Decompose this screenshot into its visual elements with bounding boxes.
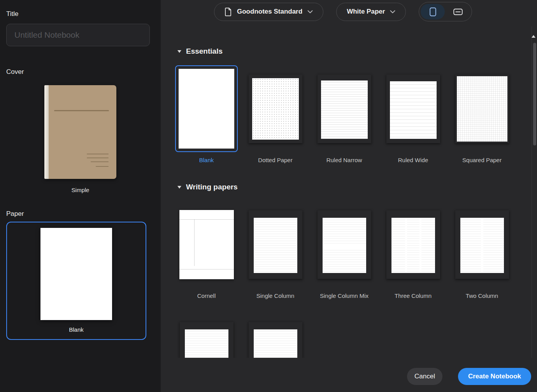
paper-template-label: Single Column Mix xyxy=(320,292,369,299)
selected-paper-thumbnail xyxy=(40,228,112,320)
paper-thumbnail xyxy=(386,74,440,144)
disclosure-triangle-icon xyxy=(177,50,181,53)
paper-template-partial-2[interactable] xyxy=(248,322,303,358)
cover-option-simple[interactable]: Simple xyxy=(6,85,154,193)
chevron-down-icon xyxy=(390,10,395,14)
essentials-grid: Blank Dotted Paper Ruled Narrow Ruled Wi… xyxy=(172,65,537,163)
paper-thumbnail xyxy=(248,74,303,144)
cover-option-label: Simple xyxy=(6,187,154,193)
paper-color-dropdown[interactable]: White Paper xyxy=(336,3,406,21)
selection-highlight-frame xyxy=(175,65,238,152)
orientation-toggle xyxy=(419,2,472,21)
section-header-essentials[interactable]: Essentials xyxy=(177,47,537,56)
cover-decoration-line xyxy=(87,154,109,154)
paper-template-cornell[interactable]: Cornell xyxy=(179,210,234,299)
paper-thumbnail xyxy=(386,210,440,279)
paper-template-single-column[interactable]: Single Column xyxy=(248,210,303,299)
paper-template-label: Ruled Wide xyxy=(398,157,428,163)
cover-label: Cover xyxy=(6,68,154,76)
section-title: Essentials xyxy=(186,47,223,56)
sidebar: Title Cover Simple Paper Blank xyxy=(0,0,161,392)
paper-template-dotted-paper[interactable]: Dotted Paper xyxy=(248,65,303,163)
title-label: Title xyxy=(6,10,154,18)
selected-paper-option[interactable]: Blank xyxy=(6,222,146,340)
paper-template-label: Single Column xyxy=(256,292,295,299)
paper-template-label: Squared Paper xyxy=(462,157,502,163)
paper-thumbnail xyxy=(317,210,372,279)
paper-template-two-column[interactable]: Two Column xyxy=(455,210,509,299)
paper-template-ruled-wide[interactable]: Ruled Wide xyxy=(386,65,440,163)
section-title: Writing papers xyxy=(186,183,238,191)
cover-thumbnail[interactable] xyxy=(44,85,116,179)
paper-template-three-column[interactable]: Three Column xyxy=(386,210,440,299)
paper-template-blank[interactable]: Blank xyxy=(175,65,238,163)
paper-thumbnail xyxy=(455,210,509,279)
template-toolbar: Goodnotes Standard White Paper xyxy=(161,0,537,21)
paper-thumbnail xyxy=(179,210,234,279)
paper-thumbnail xyxy=(248,322,303,358)
cover-decoration-line xyxy=(54,110,109,111)
template-standard-dropdown[interactable]: Goodnotes Standard xyxy=(214,3,323,21)
create-notebook-dialog: Title Cover Simple Paper Blank xyxy=(0,0,537,392)
section-header-writing-papers[interactable]: Writing papers xyxy=(177,183,537,191)
paper-template-single-column-mix[interactable]: Single Column Mix xyxy=(317,210,372,299)
paper-thumbnail xyxy=(317,74,372,144)
cancel-button[interactable]: Cancel xyxy=(407,368,442,385)
writing-papers-grid-row-2 xyxy=(172,322,537,358)
paper-template-label: Dotted Paper xyxy=(258,157,292,163)
cover-spine xyxy=(44,85,49,179)
create-notebook-button[interactable]: Create Notebook xyxy=(458,368,531,385)
paper-thumbnail xyxy=(179,322,234,358)
dialog-footer: Cancel Create Notebook xyxy=(161,358,537,392)
paper-template-squared-paper[interactable]: Squared Paper xyxy=(455,65,509,163)
document-icon xyxy=(225,7,232,16)
chevron-down-icon xyxy=(307,10,313,14)
paper-template-label: Ruled Narrow xyxy=(326,157,362,163)
paper-color-dropdown-value: White Paper xyxy=(347,8,385,16)
cover-decoration-line xyxy=(96,166,109,167)
writing-papers-grid: Cornell Single Column Single Column Mix … xyxy=(172,210,537,299)
paper-thumbnail xyxy=(455,74,509,144)
cover-decoration-line xyxy=(87,158,109,158)
template-browser: Goodnotes Standard White Paper xyxy=(161,0,537,392)
paper-label: Paper xyxy=(6,210,154,218)
scrollbar-thumb[interactable] xyxy=(533,43,536,145)
paper-template-partial-1[interactable] xyxy=(179,322,234,358)
scrollbar-track xyxy=(532,26,532,358)
landscape-page-icon-button[interactable] xyxy=(446,4,470,19)
landscape-page-icon xyxy=(453,9,463,15)
selected-paper-label: Blank xyxy=(7,326,146,333)
scrollbar-up-arrow-icon[interactable] xyxy=(532,35,535,38)
paper-thumbnail xyxy=(179,69,234,149)
paper-template-label: Three Column xyxy=(395,292,432,299)
portrait-page-icon xyxy=(430,7,436,16)
paper-template-ruled-narrow[interactable]: Ruled Narrow xyxy=(317,65,372,163)
paper-thumbnail xyxy=(248,210,303,279)
portrait-orientation-button[interactable] xyxy=(421,4,445,19)
disclosure-triangle-icon xyxy=(177,186,181,189)
paper-template-label: Blank xyxy=(199,157,214,163)
paper-template-label: Two Column xyxy=(466,292,498,299)
paper-template-label: Cornell xyxy=(197,292,216,299)
template-scroll-area: Goodnotes Standard White Paper xyxy=(161,0,537,358)
cover-decoration-line xyxy=(91,161,109,162)
notebook-title-input[interactable] xyxy=(6,24,150,46)
template-dropdown-value: Goodnotes Standard xyxy=(237,8,302,16)
